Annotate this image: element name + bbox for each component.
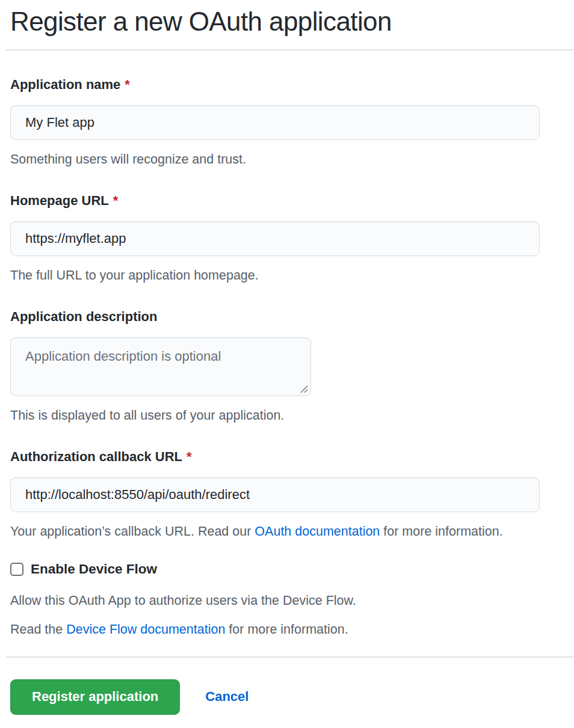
footer-divider xyxy=(6,656,573,658)
required-asterisk: * xyxy=(113,193,119,208)
application-description-label-text: Application description xyxy=(10,309,157,324)
application-description-label: Application description xyxy=(10,309,540,325)
device-flow-read-more: Read the Device Flow documentation for m… xyxy=(10,622,540,638)
application-name-input[interactable] xyxy=(10,105,540,140)
homepage-url-group: Homepage URL* The full URL to your appli… xyxy=(10,193,540,284)
device-flow-checkbox[interactable] xyxy=(10,563,23,576)
form-actions: Register application Cancel xyxy=(10,679,540,715)
oauth-documentation-link[interactable]: OAuth documentation xyxy=(255,524,380,539)
callback-url-label-text: Authorization callback URL xyxy=(10,449,182,464)
cancel-link[interactable]: Cancel xyxy=(205,689,248,705)
required-asterisk: * xyxy=(125,77,130,92)
device-flow-read-after: for more information. xyxy=(225,622,348,637)
callback-url-input[interactable] xyxy=(10,477,540,512)
application-description-textarea-wrap xyxy=(10,337,311,396)
callback-url-group: Authorization callback URL* Your applica… xyxy=(10,449,540,540)
application-name-help: Something users will recognize and trust… xyxy=(10,151,540,168)
homepage-url-label-text: Homepage URL xyxy=(10,193,109,208)
application-name-group: Application name* Something users will r… xyxy=(10,77,540,168)
application-name-label: Application name* xyxy=(10,77,540,93)
oauth-registration-page: Register a new OAuth application Applica… xyxy=(0,7,574,728)
device-flow-description: Allow this OAuth App to authorize users … xyxy=(10,593,540,609)
homepage-url-input[interactable] xyxy=(10,221,540,256)
callback-url-help: Your application’s callback URL. Read ou… xyxy=(10,524,540,540)
application-description-group: Application description This is displaye… xyxy=(10,309,540,424)
device-flow-documentation-link[interactable]: Device Flow documentation xyxy=(66,622,225,637)
application-description-textarea[interactable] xyxy=(10,337,311,396)
application-name-label-text: Application name xyxy=(10,77,120,92)
required-asterisk: * xyxy=(187,449,192,464)
header-divider xyxy=(6,49,573,50)
homepage-url-label: Homepage URL* xyxy=(10,193,540,209)
device-flow-label[interactable]: Enable Device Flow xyxy=(31,561,157,577)
homepage-url-help: The full URL to your application homepag… xyxy=(10,268,540,284)
application-description-help: This is displayed to all users of your a… xyxy=(10,408,540,424)
callback-url-label: Authorization callback URL* xyxy=(10,449,540,465)
callback-url-help-after: for more information. xyxy=(380,524,502,539)
register-application-button[interactable]: Register application xyxy=(10,679,180,715)
device-flow-row: Enable Device Flow xyxy=(10,561,540,577)
device-flow-read-before: Read the xyxy=(10,622,66,637)
callback-url-help-before: Your application’s callback URL. Read ou… xyxy=(10,524,255,539)
page-title: Register a new OAuth application xyxy=(10,7,540,49)
